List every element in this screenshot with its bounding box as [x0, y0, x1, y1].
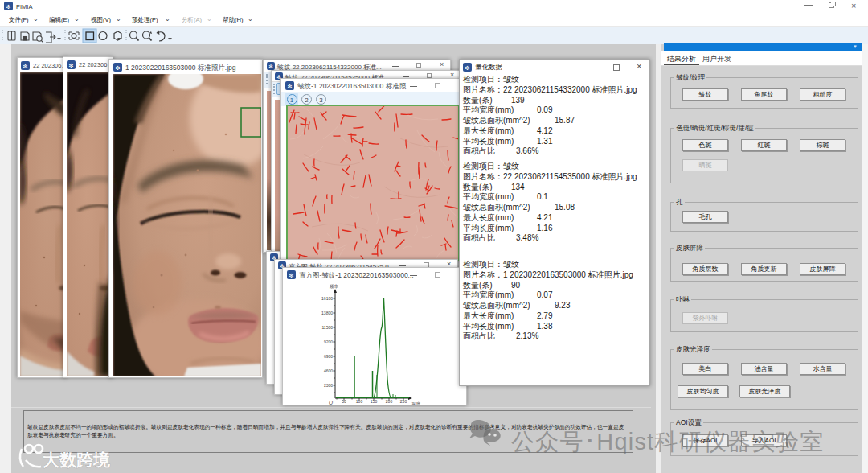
svg-text:11500: 11500: [321, 325, 333, 330]
svg-text:大数跨境: 大数跨境: [43, 450, 110, 469]
svg-text:❇: ❇: [23, 64, 28, 69]
svg-text:4600: 4600: [324, 368, 333, 373]
svg-text:9200: 9200: [324, 339, 333, 344]
svg-text:6900: 6900: [324, 354, 333, 359]
svg-text:❇: ❇: [288, 84, 293, 89]
svg-text:2300: 2300: [324, 383, 333, 388]
svg-text:灰度: 灰度: [411, 401, 421, 405]
svg-text:13800: 13800: [321, 311, 333, 315]
svg-text:频率: 频率: [330, 284, 339, 289]
svg-text:❇: ❇: [465, 65, 470, 71]
svg-text:❇: ❇: [289, 273, 294, 278]
svg-text:❇: ❇: [69, 63, 74, 68]
svg-text:16100: 16100: [321, 296, 333, 301]
svg-text:O: O: [329, 400, 333, 405]
svg-text:❇: ❇: [268, 64, 272, 69]
svg-text:❇: ❇: [6, 4, 11, 10]
svg-text:公众号･Hqist科研仪器实验室: 公众号･Hqist科研仪器实验室: [511, 429, 825, 454]
svg-text:❇: ❇: [116, 65, 121, 71]
